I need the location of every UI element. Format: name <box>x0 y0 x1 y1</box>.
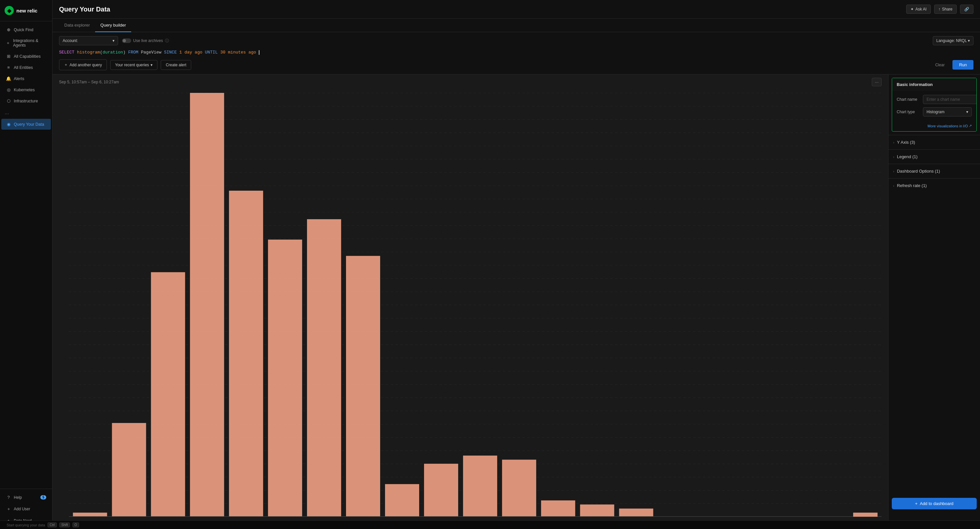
sidebar-item-alerts[interactable]: 🔔 Alerts <box>1 73 51 84</box>
q-func: histogram <box>77 50 100 55</box>
add-to-dashboard-button[interactable]: + Add to dashboard <box>892 498 977 509</box>
refresh-rate-label: Refresh rate (1) <box>897 183 927 188</box>
logo-icon: ◆ <box>5 6 14 15</box>
sidebar-item-infrastructure[interactable]: ⬡ Infrastructure <box>1 96 51 106</box>
sidebar-item-quickfind[interactable]: ⊕ Quick Find <box>1 24 51 35</box>
help-icon: ? <box>6 495 11 500</box>
sidebar: ◆ new relic ⊕ Quick Find ＋ Integrations … <box>0 0 52 529</box>
sidebar-item-capabilities[interactable]: ⊞ All Capabilities <box>1 51 51 62</box>
viz-link[interactable]: More visualizations in I/O ↗ <box>892 124 977 131</box>
chart-type-row: Chart type Histogram ▾ <box>897 107 972 116</box>
legend-chevron-icon: › <box>893 155 894 159</box>
top-header: Query Your Data ✦ Ask AI ↑ Share 🔗 <box>52 0 980 19</box>
entities-icon: ≡ <box>6 65 11 70</box>
sidebar-item-kubernetes[interactable]: ◎ Kubernetes <box>1 84 51 95</box>
account-chevron-icon: ▾ <box>113 38 115 43</box>
sidebar-item-label: Help <box>14 495 22 500</box>
add-query-icon: ＋ <box>64 62 68 68</box>
chart-type-select[interactable]: Histogram ▾ <box>923 107 972 116</box>
svg-rect-21 <box>151 272 185 516</box>
run-button[interactable]: Run <box>953 60 974 70</box>
svg-rect-56 <box>853 513 877 516</box>
ask-ai-button[interactable]: ✦ Ask AI <box>906 5 931 14</box>
clear-button[interactable]: Clear <box>931 61 949 70</box>
page-title: Query Your Data <box>59 6 110 13</box>
toggle-knob <box>123 39 126 42</box>
kbd-o: O <box>73 523 79 527</box>
share-icon: ↑ <box>939 7 940 11</box>
sidebar-item-entities[interactable]: ≡ All Entities <box>1 62 51 73</box>
chart-more-button[interactable]: ··· <box>872 78 881 86</box>
svg-rect-32 <box>580 504 614 516</box>
viz-link-text: More visualizations in I/O <box>928 124 968 128</box>
share-button[interactable]: ↑ Share <box>934 5 957 14</box>
svg-rect-23 <box>229 191 263 516</box>
run-label: Run <box>959 62 967 67</box>
svg-rect-26 <box>346 256 380 517</box>
language-select[interactable]: Language: NRQL ▾ <box>933 36 974 45</box>
svg-rect-24 <box>268 239 302 516</box>
sidebar-item-label: Query Your Data <box>14 122 44 127</box>
account-select[interactable]: Account: ▾ <box>59 36 118 45</box>
svg-rect-28 <box>424 464 458 516</box>
recent-queries-chevron-icon: ▾ <box>151 63 153 67</box>
link-button[interactable]: 🔗 <box>960 5 974 14</box>
kbd-ctrl: Ctrl <box>48 523 57 527</box>
svg-rect-20 <box>112 423 146 517</box>
sidebar-item-adduser[interactable]: ＋ Add User <box>1 503 51 515</box>
sidebar-more[interactable]: ... <box>0 107 52 118</box>
sidebar-item-label: Infrastructure <box>14 99 38 104</box>
chart-name-input[interactable] <box>923 95 977 104</box>
sidebar-item-querydata[interactable]: ◉ Query Your Data <box>1 119 51 130</box>
chart-name-row: Chart name <box>897 95 972 104</box>
sidebar-item-integrations[interactable]: ＋ Integrations & Agents <box>1 35 51 51</box>
clear-label: Clear <box>935 63 945 67</box>
sidebar-item-label: Integrations & Agents <box>13 38 46 48</box>
dashboard-options-chevron-icon: › <box>893 169 894 173</box>
sidebar-item-label: Alerts <box>14 76 24 81</box>
integrations-icon: ＋ <box>6 40 11 46</box>
query-area: Account: ▾ Use live archives ⓘ Language:… <box>52 32 980 75</box>
tab-data-explorer[interactable]: Data explorer <box>59 19 95 32</box>
chart-name-label: Chart name <box>897 97 923 102</box>
tab-query-builder[interactable]: Query builder <box>95 19 131 32</box>
more-label: ... <box>5 110 9 115</box>
basic-info-section: Basic information Chart name Chart type … <box>892 78 977 132</box>
logo-text: new relic <box>16 8 37 13</box>
status-text: Start querying your data <box>6 523 45 527</box>
query-editor[interactable]: SELECT histogram(duration) FROM PageView… <box>59 49 974 56</box>
querydata-icon: ◉ <box>6 122 11 127</box>
sidebar-item-label: Kubernetes <box>14 88 35 92</box>
alerts-icon: 🔔 <box>6 76 11 81</box>
create-alert-button[interactable]: Create alert <box>161 60 191 70</box>
help-badge: 5 <box>40 495 46 499</box>
legend-section[interactable]: › Legend (1) <box>888 149 980 164</box>
dashboard-options-section[interactable]: › Dashboard Options (1) <box>888 164 980 178</box>
recent-queries-button[interactable]: Your recent queries ▾ <box>110 60 158 70</box>
kbd-shift: Shift <box>59 523 70 527</box>
share-label: Share <box>942 7 953 11</box>
chart-type-value: Histogram <box>926 110 945 114</box>
account-label: Account: <box>63 38 78 43</box>
recent-queries-label: Your recent queries <box>115 63 149 67</box>
live-archives-toggle[interactable] <box>122 38 131 43</box>
live-archives-label: Use live archives <box>133 38 163 43</box>
query-actions: ＋ Add another query Your recent queries … <box>59 59 974 70</box>
sidebar-item-help[interactable]: ? Help 5 <box>1 492 51 503</box>
live-archives-info-icon: ⓘ <box>165 38 169 44</box>
language-label: Language: NRQL <box>936 38 967 43</box>
sidebar-item-label: Add User <box>14 507 30 511</box>
y-axis-section[interactable]: › Y Axis (3) <box>888 135 980 149</box>
svg-rect-19 <box>73 513 107 516</box>
account-row: Account: ▾ Use live archives ⓘ Language:… <box>59 36 974 45</box>
legend-section-label: Legend (1) <box>897 154 918 159</box>
svg-rect-29 <box>463 456 497 516</box>
ask-ai-label: Ask AI <box>915 7 926 11</box>
add-dashboard-label: Add to dashboard <box>920 501 953 506</box>
sidebar-item-label: Quick Find <box>14 27 33 32</box>
logo: ◆ new relic <box>0 0 52 21</box>
refresh-rate-section[interactable]: › Refresh rate (1) <box>888 178 980 193</box>
link-icon: 🔗 <box>964 7 969 11</box>
add-query-button[interactable]: ＋ Add another query <box>59 59 107 70</box>
capabilities-icon: ⊞ <box>6 54 11 59</box>
